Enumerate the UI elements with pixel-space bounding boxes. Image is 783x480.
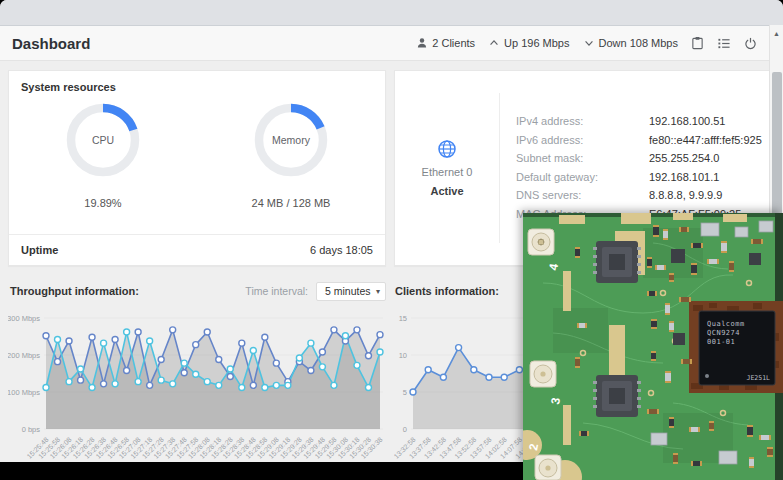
system-resources-card: System resources CPU19.89%Memory24 MB / …	[8, 70, 386, 266]
chip-code: JE251L	[747, 374, 771, 382]
uptime-label: Uptime	[21, 244, 58, 256]
downlink-rate: Down 108 Mbps	[583, 37, 679, 49]
scroll-up-icon[interactable]: ▲	[770, 25, 783, 37]
rf-ic-top	[593, 241, 641, 283]
throughput-chart: 0 bps100 Mbps200 Mbps300 Mbps15:25:4815:…	[8, 304, 386, 462]
svg-text:200 Mbps: 200 Mbps	[8, 351, 40, 360]
interface-field-row: Default gateway:192.168.101.1	[516, 170, 762, 186]
field-value: 255.255.254.0	[649, 151, 719, 167]
svg-text:15: 15	[399, 314, 407, 323]
interface-field-row: DNS servers:8.8.8.8, 9.9.9.9	[516, 188, 762, 204]
time-interval-select[interactable]: 5 minutes ▾	[316, 282, 386, 301]
uptime-value: 6 days 18:05	[310, 244, 373, 256]
svg-text:100 Mbps: 100 Mbps	[8, 388, 40, 397]
interface-summary: Ethernet 0 Active	[395, 139, 499, 197]
clients-title: Clients information:	[395, 285, 499, 297]
interface-name: Ethernet 0	[422, 166, 473, 178]
user-icon	[416, 37, 428, 49]
list-icon	[717, 37, 731, 50]
svg-text:Memory: Memory	[272, 134, 311, 146]
clipboard-button[interactable]	[691, 36, 704, 50]
field-value: 192.168.100.51	[649, 114, 725, 130]
downlink-rate-label: Down 108 Mbps	[599, 37, 679, 49]
chip-brand: Qualcomm	[707, 320, 745, 328]
interface-field-row: IPv4 address:192.168.100.51	[516, 114, 762, 130]
field-value: fe80::e447:afff:fef5:925	[649, 133, 762, 149]
memory-gauge-value: 24 MB / 128 MB	[252, 197, 331, 209]
svg-text:300 Mbps: 300 Mbps	[8, 314, 40, 323]
svg-text:0 bps: 0 bps	[22, 425, 41, 434]
cpu-gauge: CPU19.89%	[62, 99, 144, 209]
memory-gauge: Memory24 MB / 128 MB	[250, 99, 332, 209]
ufl-connector-4	[528, 229, 554, 255]
clients-count-label: 2 Clients	[432, 37, 475, 49]
field-label: Subnet mask:	[516, 151, 649, 167]
ufl-connector-2	[535, 455, 561, 480]
chip-model: QCN9274	[707, 329, 740, 337]
clipboard-icon	[691, 36, 704, 50]
uplink-rate-label: Up 196 Mbps	[504, 37, 569, 49]
chevron-down-icon	[583, 37, 595, 49]
field-label: Default gateway:	[516, 170, 649, 186]
rf-ic-bottom	[593, 375, 641, 417]
ufl-connector-3	[530, 361, 556, 387]
interface-field-row: IPv6 address:fe80::e447:afff:fef5:925	[516, 133, 762, 149]
field-label: IPv4 address:	[516, 114, 649, 130]
chip-rev: 001-01	[707, 338, 735, 346]
field-label: DNS servers:	[516, 188, 649, 204]
page-title: Dashboard	[12, 35, 90, 52]
globe-icon	[437, 139, 457, 159]
caret-down-icon: ▾	[376, 287, 380, 296]
time-interval-label: Time interval:	[245, 285, 308, 297]
throughput-title: Throughput information:	[10, 285, 139, 297]
clients-count: 2 Clients	[416, 37, 475, 49]
uplink-rate: Up 196 Mbps	[488, 37, 569, 49]
window-titlebar	[0, 0, 783, 26]
power-button[interactable]	[744, 37, 757, 50]
interface-field-row: Subnet mask:255.255.254.0	[516, 151, 762, 167]
power-icon	[744, 37, 757, 50]
pcb-photo: 4 3 2 Qualcomm QCN92	[523, 213, 783, 480]
field-value: 192.168.101.1	[649, 170, 719, 186]
svg-text:CPU: CPU	[92, 134, 114, 146]
svg-text:5: 5	[403, 388, 407, 397]
uptime-row: Uptime 6 days 18:05	[9, 234, 385, 265]
svg-text:10: 10	[399, 351, 407, 360]
qualcomm-chip: Qualcomm QCN9274 001-01 JE251L	[689, 301, 783, 393]
list-button[interactable]	[717, 37, 731, 50]
app-header: Dashboard 2 Clients Up 196 Mbps Down 1	[0, 26, 783, 61]
field-value: 8.8.8.8, 9.9.9.9	[649, 188, 722, 204]
cpu-gauge-value: 19.89%	[84, 197, 121, 209]
pcb-board: 4 3 2 Qualcomm QCN92	[523, 213, 783, 480]
interface-status-badge: Active	[430, 185, 463, 197]
time-interval-value: 5 minutes	[325, 285, 371, 297]
gauges-row: CPU19.89%Memory24 MB / 128 MB	[9, 99, 385, 209]
chevron-up-icon	[488, 37, 500, 49]
field-label: IPv6 address:	[516, 133, 649, 149]
interface-details-list: IPv4 address:192.168.100.51IPv6 address:…	[500, 114, 762, 222]
header-status-group: 2 Clients Up 196 Mbps Down 108 Mbps	[416, 36, 757, 50]
svg-text:0: 0	[403, 425, 407, 434]
system-resources-title: System resources	[9, 71, 385, 93]
